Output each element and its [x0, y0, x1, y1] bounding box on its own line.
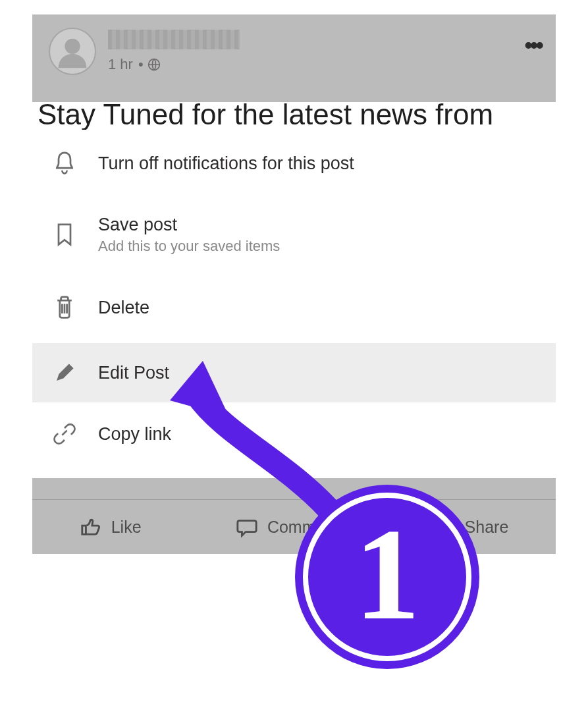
bookmark-icon	[51, 222, 78, 248]
save-post-item[interactable]: Save post Add this to your saved items	[32, 200, 556, 277]
post-timestamp: 1 hr	[108, 56, 133, 73]
bell-icon	[51, 150, 78, 176]
share-label: Share	[465, 518, 509, 537]
delete-item[interactable]: Delete	[32, 277, 556, 343]
edit-post-item[interactable]: Edit Post	[32, 343, 556, 402]
author-name-redacted	[108, 30, 240, 49]
step-number: 1	[354, 508, 420, 640]
menu-label: Turn off notifications for this post	[98, 153, 354, 174]
svg-point-0	[65, 39, 80, 54]
step-badge: 1	[295, 485, 479, 669]
menu-label: Save post	[98, 215, 280, 235]
menu-subtitle: Add this to your saved items	[98, 238, 280, 255]
link-icon	[51, 421, 78, 447]
trash-icon	[51, 294, 78, 321]
more-options-button[interactable]: •••	[524, 32, 541, 59]
menu-label: Edit Post	[98, 363, 169, 383]
menu-label: Copy link	[98, 424, 171, 445]
like-button[interactable]: Like	[80, 516, 142, 538]
globe-icon	[147, 58, 161, 71]
like-icon	[80, 516, 102, 538]
post-footer: Like Comment Share	[32, 478, 556, 554]
comment-icon	[236, 516, 258, 538]
turn-off-notifications-item[interactable]: Turn off notifications for this post	[32, 130, 556, 200]
avatar[interactable]	[49, 28, 96, 75]
pencil-icon	[51, 362, 78, 384]
avatar-icon	[52, 31, 93, 72]
like-label: Like	[111, 518, 142, 537]
copy-link-item[interactable]: Copy link	[32, 402, 556, 467]
post-content-preview: Stay Tuned for the latest news from	[32, 102, 556, 130]
menu-label: Delete	[98, 298, 149, 318]
post-meta: 1 hr •	[108, 56, 240, 73]
post-options-sheet: Turn off notifications for this post Sav…	[32, 130, 556, 467]
meta-separator: •	[138, 56, 144, 73]
